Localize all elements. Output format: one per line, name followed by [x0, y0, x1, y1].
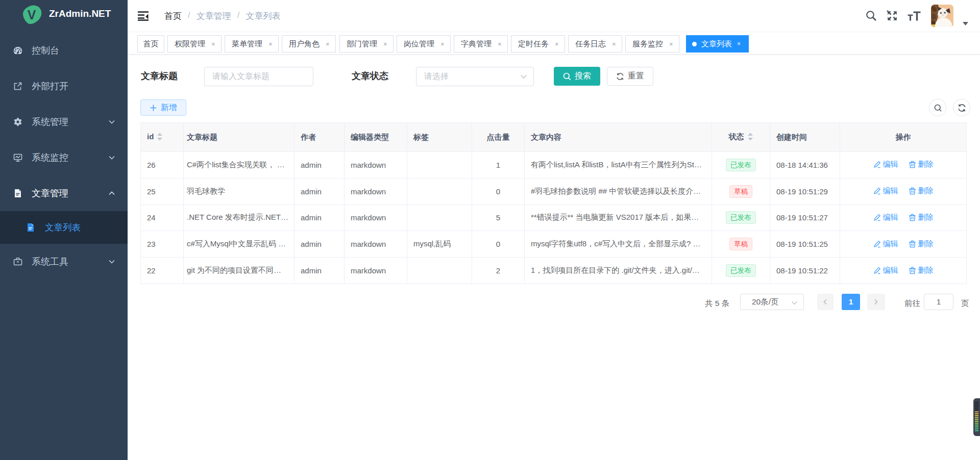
svg-text:V: V	[28, 8, 36, 22]
